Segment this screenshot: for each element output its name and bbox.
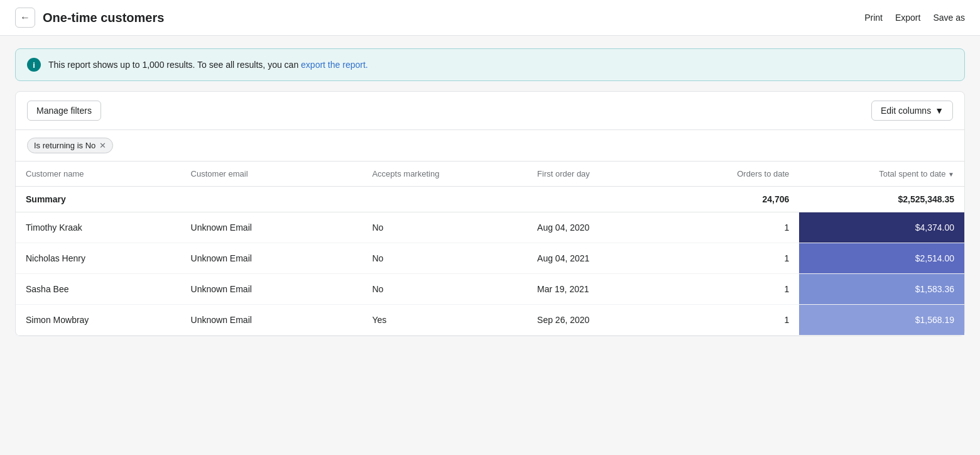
cell-total: $1,583.36 [799,274,964,305]
banner-text-static: This report shows up to 1,000 results. T… [48,60,301,70]
cell-name: Nicholas Henry [16,243,181,274]
banner-text: This report shows up to 1,000 results. T… [48,60,368,70]
cell-email: Unknown Email [181,274,362,305]
cell-marketing: Yes [362,305,527,336]
cell-total: $4,374.00 [799,212,964,243]
toolbar: Manage filters Edit columns ▼ [16,92,964,130]
cell-first-order: Aug 04, 2021 [527,243,675,274]
cell-orders: 1 [675,243,799,274]
data-table: Customer name Customer email Accepts mar… [16,162,964,336]
table-row: Timothy Kraak Unknown Email No Aug 04, 2… [16,212,964,243]
main-content: i This report shows up to 1,000 results.… [0,36,980,349]
table-row: Nicholas Henry Unknown Email No Aug 04, … [16,243,964,274]
cell-total: $2,514.00 [799,243,964,274]
col-header-name: Customer name [16,162,181,187]
info-icon: i [27,58,41,72]
cell-orders: 1 [675,305,799,336]
manage-filters-button[interactable]: Manage filters [27,101,101,121]
cell-email: Unknown Email [181,243,362,274]
filter-tag-returning: Is returning is No ✕ [27,138,113,153]
col-header-total[interactable]: Total spent to date ▼ [799,162,964,187]
summary-total: $2,525,348.35 [799,187,964,212]
cell-marketing: No [362,212,527,243]
cell-first-order: Sep 26, 2020 [527,305,675,336]
col-total-label: Total spent to date [879,169,945,178]
page-header: ← One-time customers Print Export Save a… [0,0,980,36]
col-header-email: Customer email [181,162,362,187]
cell-first-order: Mar 19, 2021 [527,274,675,305]
col-header-marketing: Accepts marketing [362,162,527,187]
cell-marketing: No [362,274,527,305]
print-button[interactable]: Print [864,13,883,23]
export-button[interactable]: Export [895,13,920,23]
export-report-link[interactable]: export the report. [301,60,368,70]
col-header-orders: Orders to date [675,162,799,187]
filter-tag-label: Is returning is No [34,141,95,150]
save-as-button[interactable]: Save as [933,13,965,23]
summary-orders: 24,706 [675,187,799,212]
data-table-wrapper: Customer name Customer email Accepts mar… [16,162,964,336]
cell-marketing: No [362,243,527,274]
cell-orders: 1 [675,212,799,243]
report-container: Manage filters Edit columns ▼ Is returni… [15,91,965,336]
edit-columns-label: Edit columns [881,106,931,116]
filter-tags-area: Is returning is No ✕ [16,130,964,162]
cell-email: Unknown Email [181,212,362,243]
sort-arrow-icon: ▼ [948,171,954,178]
table-row: Simon Mowbray Unknown Email Yes Sep 26, … [16,305,964,336]
cell-orders: 1 [675,274,799,305]
back-button[interactable]: ← [15,8,35,28]
summary-row: Summary 24,706 $2,525,348.35 [16,187,964,212]
filter-tag-remove-button[interactable]: ✕ [99,141,106,150]
page-title: One-time customers [43,11,164,25]
cell-total: $1,568.19 [799,305,964,336]
edit-columns-button[interactable]: Edit columns ▼ [871,101,953,121]
cell-name: Simon Mowbray [16,305,181,336]
cell-name: Timothy Kraak [16,212,181,243]
table-header-row: Customer name Customer email Accepts mar… [16,162,964,187]
summary-label: Summary [16,187,181,212]
cell-first-order: Aug 04, 2020 [527,212,675,243]
chevron-down-icon: ▼ [935,106,944,116]
col-header-firstorder: First order day [527,162,675,187]
info-banner: i This report shows up to 1,000 results.… [15,48,965,81]
header-right: Print Export Save as [864,13,965,23]
cell-email: Unknown Email [181,305,362,336]
table-row: Sasha Bee Unknown Email No Mar 19, 2021 … [16,274,964,305]
cell-name: Sasha Bee [16,274,181,305]
header-left: ← One-time customers [15,8,164,28]
